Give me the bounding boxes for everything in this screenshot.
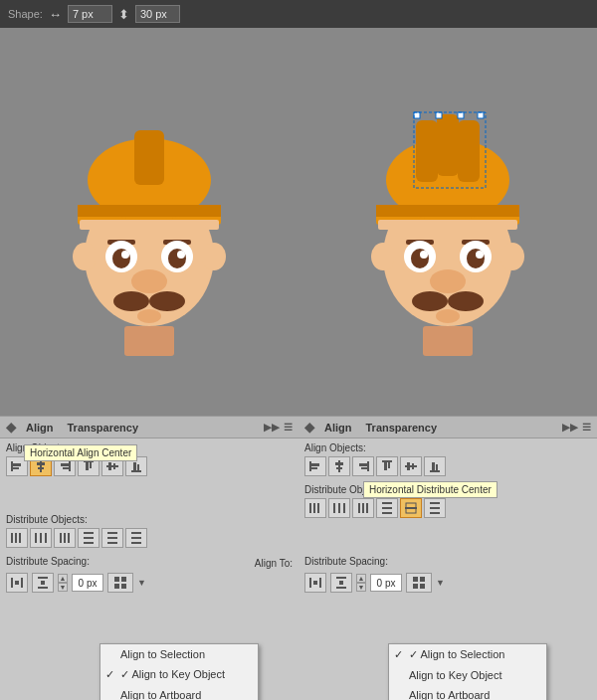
left-align-right-btn[interactable] — [54, 456, 76, 476]
svg-rect-80 — [458, 112, 464, 118]
right-spacing-row: Distribute Spacing: — [304, 556, 591, 570]
svg-point-92 — [412, 291, 448, 311]
right-align-left-btn[interactable] — [304, 456, 326, 476]
left-dist-left-btn[interactable] — [6, 528, 28, 548]
left-align-to-arrow[interactable]: ▼ — [137, 578, 146, 588]
svg-rect-62 — [41, 581, 45, 585]
right-panel-close-icon[interactable]: ☰ — [582, 422, 591, 433]
left-spacing-input[interactable] — [72, 574, 103, 592]
right-spacing-input[interactable] — [370, 574, 402, 592]
left-distribute-label: Distribute Objects: — [6, 514, 293, 525]
svg-point-70 — [500, 243, 524, 270]
left-menu-align-key-object[interactable]: ✓ Align to Key Object — [100, 664, 258, 685]
right-dist-right-btn[interactable] — [352, 498, 374, 518]
svg-rect-22 — [13, 463, 21, 466]
svg-point-90 — [476, 251, 484, 259]
left-space-v-btn[interactable] — [32, 573, 54, 593]
panel-menu-icon[interactable]: ▶▶ — [264, 422, 280, 433]
right-panel-controls: ▶▶ ☰ — [562, 422, 591, 433]
left-spacing-up[interactable]: ▲ — [58, 574, 68, 583]
svg-rect-38 — [137, 464, 139, 470]
svg-point-17 — [131, 269, 167, 293]
svg-point-69 — [371, 243, 395, 270]
right-spacing-up[interactable]: ▲ — [356, 574, 366, 583]
width-input[interactable] — [68, 5, 112, 23]
right-align-top-btn[interactable] — [376, 456, 398, 476]
right-menu-align-artboard[interactable]: Align to Artboard — [389, 685, 546, 700]
left-dist-bottom-btn[interactable] — [125, 528, 147, 548]
right-transparency-tab[interactable]: Transparency — [362, 420, 442, 436]
svg-rect-131 — [319, 578, 321, 588]
right-align-panel: ◆ Align Transparency ▶▶ ☰ Align Objects: — [298, 416, 597, 700]
left-align-top-btn[interactable] — [78, 456, 100, 476]
svg-rect-73 — [376, 205, 519, 217]
svg-rect-108 — [407, 462, 410, 470]
right-dist-center-h-btn[interactable] — [328, 498, 350, 518]
right-align-objects-label: Align Objects: — [304, 442, 591, 453]
right-spacing-stepper[interactable]: ▲ ▼ — [356, 574, 366, 592]
svg-rect-23 — [13, 467, 19, 469]
right-menu-align-selection[interactable]: ✓ Align to Selection — [389, 644, 546, 665]
svg-rect-97 — [311, 467, 317, 469]
svg-rect-107 — [405, 465, 417, 467]
right-align-center-h-btn[interactable] — [328, 456, 350, 476]
svg-point-3 — [202, 243, 226, 270]
left-align-bottom-btn[interactable] — [125, 456, 147, 476]
svg-rect-116 — [333, 503, 335, 513]
svg-rect-29 — [63, 467, 69, 469]
right-dist-left-btn[interactable] — [304, 498, 326, 518]
left-spacing-down[interactable]: ▼ — [58, 583, 68, 592]
left-align-to-btn[interactable] — [107, 573, 133, 593]
left-dist-center-v-btn[interactable] — [101, 528, 123, 548]
right-menu-align-key-object[interactable]: Align to Key Object — [389, 665, 546, 685]
svg-rect-0 — [124, 326, 174, 356]
left-panel: ◆ Align Transparency ▶▶ ☰ Align Objects: — [0, 28, 298, 700]
svg-rect-115 — [317, 503, 319, 513]
left-space-h-btn[interactable] — [6, 573, 28, 593]
panel-close-icon[interactable]: ☰ — [284, 422, 293, 433]
svg-rect-118 — [343, 503, 345, 513]
svg-rect-25 — [37, 462, 45, 465]
left-canvas — [0, 28, 298, 416]
right-dist-top-btn[interactable] — [376, 498, 398, 518]
left-align-center-h-btn[interactable] — [30, 456, 52, 476]
svg-rect-27 — [69, 461, 71, 471]
left-transparency-tab[interactable]: Transparency — [64, 420, 143, 436]
left-align-objects-label: Align Objects: — [6, 442, 293, 453]
right-align-center-v-btn[interactable] — [400, 456, 422, 476]
left-align-tab[interactable]: Align — [22, 420, 58, 436]
left-menu-align-artboard[interactable]: Align to Artboard — [100, 685, 258, 700]
right-dist-center-v-btn[interactable] — [400, 498, 422, 518]
right-space-h-btn[interactable] — [304, 573, 326, 593]
svg-rect-106 — [388, 462, 390, 468]
left-align-objects-section: Align Objects: — [0, 438, 298, 480]
right-spacing-down[interactable]: ▼ — [356, 583, 366, 592]
svg-rect-98 — [338, 460, 340, 472]
left-align-panel: ◆ Align Transparency ▶▶ ☰ Align Objects: — [0, 416, 298, 700]
svg-rect-109 — [412, 463, 414, 469]
svg-rect-50 — [84, 542, 94, 544]
left-dist-top-btn[interactable] — [78, 528, 100, 548]
left-dist-right-btn[interactable] — [54, 528, 76, 548]
right-align-bottom-btn[interactable] — [424, 456, 446, 476]
left-align-left-btn[interactable] — [6, 456, 28, 476]
left-dist-center-h-btn[interactable] — [30, 528, 52, 548]
left-menu-align-selection[interactable]: Align to Selection — [100, 644, 258, 664]
right-panel-menu-icon[interactable]: ▶▶ — [562, 422, 578, 433]
right-space-v-btn[interactable] — [330, 573, 352, 593]
right-align-to-arrow[interactable]: ▼ — [436, 578, 445, 588]
left-spacing-stepper[interactable]: ▲ ▼ — [58, 574, 68, 592]
left-align-center-v-btn[interactable] — [101, 456, 123, 476]
height-input[interactable] — [135, 5, 180, 23]
right-align-to-btn[interactable] — [406, 573, 432, 593]
svg-rect-58 — [21, 578, 23, 588]
svg-rect-64 — [121, 577, 126, 582]
svg-rect-39 — [11, 533, 13, 543]
right-align-right-btn[interactable] — [352, 456, 374, 476]
right-align-tab[interactable]: Align — [320, 420, 356, 436]
svg-rect-134 — [336, 587, 346, 589]
svg-rect-56 — [131, 542, 141, 544]
left-character-svg — [50, 73, 249, 371]
svg-rect-132 — [313, 581, 317, 585]
right-dist-bottom-btn[interactable] — [424, 498, 446, 518]
